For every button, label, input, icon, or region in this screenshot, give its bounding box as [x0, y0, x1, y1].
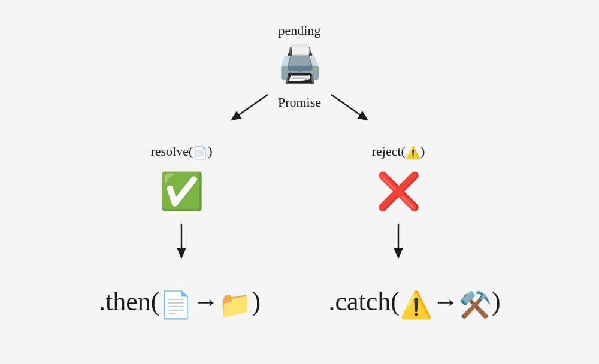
- warning-icon: ⚠️: [400, 290, 432, 320]
- catch-arrow-glyph: →: [432, 287, 459, 316]
- arrow-reject-to-catch: [391, 222, 406, 263]
- arrow-to-reject: [326, 90, 374, 126]
- warning-icon: ⚠️: [406, 146, 420, 159]
- page-icon: 📄: [193, 146, 208, 159]
- cross-icon: ❌: [376, 174, 421, 210]
- catch-suffix: ): [492, 287, 501, 316]
- resolve-label: resolve(📄): [150, 144, 212, 160]
- pending-label: pending: [279, 23, 321, 38]
- then-prefix: .then(: [99, 287, 159, 316]
- catch-expression: .catch(⚠️→⚒️): [328, 286, 500, 320]
- check-icon: ✅: [159, 174, 204, 210]
- then-expression: .then(📄→📁): [99, 286, 261, 320]
- reject-text-prefix: reject(: [372, 144, 406, 159]
- promise-label: Promise: [278, 95, 321, 110]
- then-arrow-glyph: →: [192, 287, 219, 316]
- arrow-to-resolve: [225, 90, 273, 126]
- arrow-resolve-to-then: [174, 222, 189, 263]
- resolve-text-prefix: resolve(: [150, 144, 193, 159]
- printer-icon: 🖨️: [277, 46, 323, 83]
- reject-label: reject(⚠️): [372, 144, 425, 160]
- svg-line-1: [331, 95, 367, 120]
- page-icon: 📄: [159, 290, 192, 320]
- folder-icon: 📁: [219, 290, 252, 320]
- then-suffix: ): [252, 287, 261, 316]
- svg-line-0: [232, 95, 268, 120]
- resolve-text-suffix: ): [208, 144, 212, 159]
- hammer-icon: ⚒️: [459, 290, 492, 320]
- promise-diagram: pending 🖨️ Promise resolve(📄) ✅: [0, 0, 599, 364]
- reject-text-suffix: ): [420, 144, 425, 159]
- catch-prefix: .catch(: [328, 287, 399, 316]
